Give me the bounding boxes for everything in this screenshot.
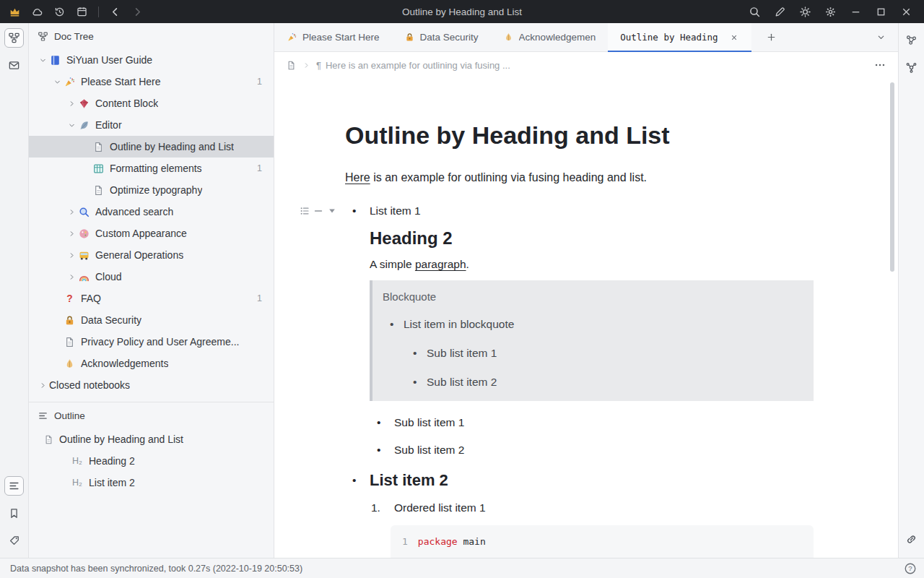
chevron-down-icon[interactable] [51, 76, 64, 87]
code-block[interactable]: 1package main [391, 525, 814, 558]
dash-gutter-icon[interactable] [313, 205, 324, 217]
blockquote-sub-2-text: Sub list item 2 [427, 376, 497, 388]
doc-tree-item[interactable]: Privacy Policy and User Agreeme... [29, 331, 274, 353]
breadcrumb-doc-icon[interactable] [286, 60, 297, 71]
dock-backlinks-button[interactable] [902, 530, 921, 549]
new-tab-button[interactable] [762, 28, 780, 47]
cloud-sync-icon[interactable] [31, 6, 43, 18]
sub-item-2-text: Sub list item 2 [394, 444, 464, 456]
breadcrumb-block[interactable]: ¶ Here is an example for outlining via f… [316, 60, 510, 71]
chevron-right-icon[interactable] [65, 228, 78, 239]
right-dock [898, 23, 924, 558]
logo-icon[interactable] [9, 6, 21, 18]
doc-tree-item[interactable]: Data Security [29, 309, 274, 331]
doc-count-badge: 1 [257, 163, 274, 173]
sub-list-item-1[interactable]: •Sub list item 1 [345, 415, 813, 430]
chevron-down-icon[interactable] [65, 119, 78, 131]
tab-list-dropdown[interactable] [872, 29, 889, 46]
doc-tree-item-label: Data Security [81, 314, 141, 326]
dock-bookmark-button[interactable] [4, 504, 24, 523]
block-ref-link[interactable]: Here [345, 171, 370, 184]
tab-close-icon[interactable] [729, 33, 739, 43]
search-icon[interactable] [749, 6, 761, 18]
tab-2[interactable]: Data Security [392, 23, 491, 51]
sub-item-1-text: Sub list item 1 [394, 416, 464, 428]
doc-tree-item[interactable]: Editor [29, 114, 274, 136]
doc-tree-item-label: Closed notebooks [49, 379, 130, 391]
doc-tree-item[interactable]: Closed notebooks [29, 374, 274, 396]
chevron-right-icon[interactable] [65, 98, 78, 109]
doc-tree-item[interactable]: Please Start Here1 [29, 71, 274, 92]
chevron-right-icon[interactable] [65, 271, 78, 282]
forward-icon[interactable] [131, 6, 144, 18]
heading-2[interactable]: Heading 2 [370, 227, 813, 250]
outline-item[interactable]: Outline by Heading and List [29, 428, 274, 450]
dock-inbox-button[interactable] [4, 56, 24, 75]
tab-3[interactable]: Acknowledgemen [491, 23, 609, 51]
chevron-right-icon[interactable] [65, 206, 78, 217]
doc-tree-item[interactable]: Outline by Heading and List [29, 136, 274, 158]
chevron-spacer [51, 336, 64, 348]
scrollbar-thumb[interactable] [890, 82, 894, 272]
blockquote-sub-item-1[interactable]: •Sub list item 1 [372, 346, 814, 361]
history-icon[interactable] [53, 6, 66, 18]
chevron-down-icon[interactable] [36, 54, 49, 66]
doc-tree-item[interactable]: Custom Appearance [29, 223, 274, 244]
dock-doc-tree-button[interactable] [4, 28, 24, 48]
dock-global-graph-button[interactable] [902, 58, 921, 77]
settings-icon[interactable] [824, 6, 837, 18]
doc-tree-item[interactable]: ?FAQ1 [29, 288, 274, 309]
doc-tree-item[interactable]: Acknowledgements [29, 353, 274, 374]
doc-tree-item[interactable]: Optimize typography [29, 179, 274, 201]
help-button[interactable]: ? [904, 562, 917, 575]
collapse-toggle-icon[interactable] [326, 205, 338, 217]
blockquote-sub-item-2[interactable]: •Sub list item 2 [372, 375, 814, 389]
doc-tree-item-label: Editor [95, 119, 122, 131]
outline-item-label: Outline by Heading and List [59, 434, 183, 445]
doc-title[interactable]: Outline by Heading and List [345, 118, 813, 152]
dock-outline-button[interactable] [4, 476, 24, 496]
outline-header: Outline [29, 402, 274, 428]
file-icon [43, 434, 54, 445]
breadcrumb: ¶ Here is an example for outlining via f… [274, 52, 898, 78]
blockquote-list-item[interactable]: •List item in blockquote [372, 317, 814, 332]
tabs: Please Start HereData SecurityAcknowledg… [274, 23, 751, 51]
doc-tree-item[interactable]: Advanced search [29, 201, 274, 223]
doc-tree-item-label: FAQ [81, 293, 101, 304]
outline-list: Outline by Heading and ListH₂Heading 2H₂… [29, 428, 274, 493]
blockquote[interactable]: Blockquote •List item in blockquote •Sub… [370, 280, 814, 401]
tab-1[interactable]: Please Start Here [274, 23, 392, 51]
close-icon[interactable] [900, 6, 912, 18]
chevron-right-icon[interactable] [36, 379, 49, 391]
theme-icon[interactable] [799, 6, 811, 18]
outline-item[interactable]: H₂List item 2 [29, 472, 274, 493]
simple-paragraph[interactable]: A simple paragraph. [370, 257, 813, 272]
minimize-icon[interactable] [850, 6, 862, 18]
doc-tree-item[interactable]: Formatting elements1 [29, 158, 274, 179]
daily-note-icon[interactable] [76, 6, 88, 18]
ordered-list-item-1[interactable]: 1.Ordered list item 1 [345, 501, 813, 515]
intro-paragraph[interactable]: Here is an example for outlining via fus… [345, 171, 813, 185]
chevron-right-icon[interactable] [65, 249, 78, 261]
back-icon[interactable] [109, 6, 121, 18]
doc-tree-item[interactable]: Cloud [29, 266, 274, 288]
list-gutter-icon[interactable] [299, 205, 310, 217]
outline-item[interactable]: H₂Heading 2 [29, 450, 274, 472]
chevron-spacer [51, 314, 64, 326]
doc-tree-item[interactable]: General Operations [29, 244, 274, 266]
more-button[interactable] [873, 59, 886, 72]
dock-tag-button[interactable] [4, 531, 24, 551]
tab-4[interactable]: Outline by Heading an [608, 23, 751, 51]
dock-graph-button[interactable] [902, 30, 921, 50]
edit-mode-icon[interactable] [774, 6, 786, 18]
doc-tree-item[interactable]: SiYuan User Guide [29, 49, 274, 71]
bullet: • [352, 204, 356, 218]
rainbow-icon [78, 271, 90, 283]
heading-level-badge: H₂ [71, 478, 84, 488]
editor-content[interactable]: Outline by Heading and List Here is an e… [274, 78, 898, 558]
list-item-1[interactable]: •List item 1 [345, 204, 813, 218]
doc-tree-item[interactable]: Content Block [29, 92, 274, 114]
list-item-2[interactable]: •List item 2 [345, 470, 813, 491]
sub-list-item-2[interactable]: •Sub list item 2 [345, 443, 813, 457]
maximize-icon[interactable] [875, 6, 887, 18]
